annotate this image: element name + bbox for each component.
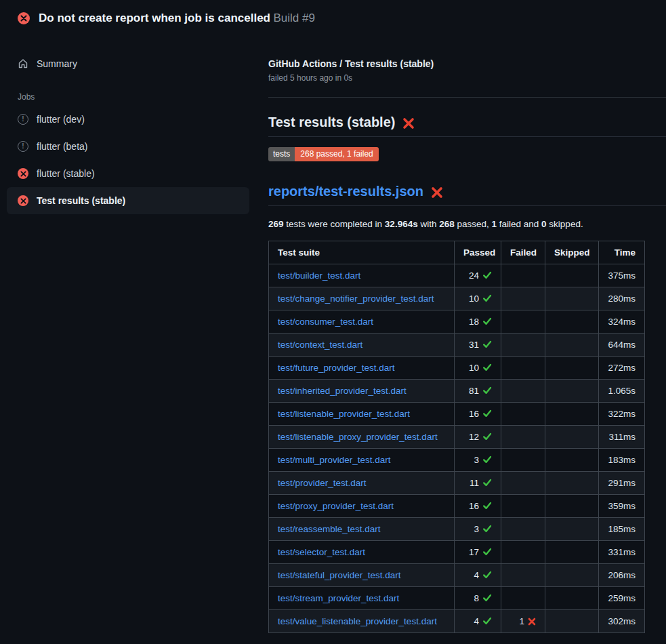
test-suite-cell: test/context_test.dart bbox=[269, 334, 455, 357]
divider bbox=[268, 97, 666, 98]
sidebar-item-test-results-stable[interactable]: Test results (stable) bbox=[7, 187, 249, 214]
passed-count: 8 bbox=[474, 593, 479, 603]
passed-count-cell: 3 bbox=[455, 449, 501, 472]
test-suite-link[interactable]: test/future_provider_test.dart bbox=[278, 363, 395, 373]
test-suite-link[interactable]: test/context_test.dart bbox=[278, 340, 362, 350]
passed-count-cell: 4 bbox=[455, 564, 501, 587]
passed-count-cell: 18 bbox=[455, 310, 501, 334]
test-suite-link[interactable]: test/stateful_provider_test.dart bbox=[278, 570, 401, 580]
failed-count: 1 bbox=[519, 616, 524, 626]
test-suite-link[interactable]: test/provider_test.dart bbox=[278, 478, 367, 488]
test-suite-cell: test/consumer_test.dart bbox=[269, 310, 455, 334]
test-suite-link[interactable]: test/reassemble_test.dart bbox=[278, 524, 381, 534]
skipped-count-cell bbox=[545, 264, 599, 287]
test-suite-cell: test/provider_test.dart bbox=[269, 472, 455, 495]
skipped-count-cell bbox=[545, 310, 599, 334]
sidebar-item-label: flutter (dev) bbox=[37, 114, 85, 125]
test-suite-link[interactable]: test/change_notifier_provider_test.dart bbox=[278, 294, 434, 304]
time-cell: 359ms bbox=[599, 495, 645, 518]
test-suite-link[interactable]: test/value_listenable_provider_test.dart bbox=[278, 616, 437, 626]
table-row: test/proxy_provider_test.dart16359ms bbox=[269, 495, 645, 518]
test-suite-link[interactable]: test/listenable_provider_test.dart bbox=[278, 409, 410, 419]
failed-count-cell bbox=[501, 380, 545, 403]
sidebar-jobs-heading: Jobs bbox=[7, 92, 249, 102]
passed-count: 3 bbox=[474, 524, 479, 534]
test-suite-link[interactable]: test/selector_test.dart bbox=[278, 547, 365, 557]
skipped-count-cell bbox=[545, 426, 599, 449]
test-suite-link[interactable]: test/multi_provider_test.dart bbox=[278, 455, 391, 465]
failed-status-icon bbox=[18, 12, 30, 24]
skipped-count-cell bbox=[545, 587, 599, 610]
x-circle-icon bbox=[18, 195, 28, 206]
sidebar-item-flutter-beta[interactable]: !flutter (beta) bbox=[7, 133, 249, 160]
test-suite-link[interactable]: test/listenable_proxy_provider_test.dart bbox=[278, 432, 438, 442]
cross-mark-icon bbox=[431, 186, 443, 199]
passed-count-cell: 81 bbox=[455, 380, 501, 403]
sidebar-jobs-list: !flutter (dev)!flutter (beta)flutter (st… bbox=[7, 106, 249, 214]
sidebar-item-flutter-dev[interactable]: !flutter (dev) bbox=[7, 106, 249, 133]
test-suite-cell: test/value_listenable_provider_test.dart bbox=[269, 610, 455, 633]
test-suite-cell: test/listenable_provider_test.dart bbox=[269, 403, 455, 426]
test-suite-cell: test/listenable_proxy_provider_test.dart bbox=[269, 426, 455, 449]
skipped-count-cell bbox=[545, 334, 599, 357]
skipped-count-cell bbox=[545, 518, 599, 541]
passed-count: 4 bbox=[474, 570, 479, 580]
neutral-status-icon: ! bbox=[18, 141, 28, 152]
test-suite-cell: test/multi_provider_test.dart bbox=[269, 449, 455, 472]
table-row: test/selector_test.dart17331ms bbox=[269, 541, 645, 564]
passed-count: 4 bbox=[474, 616, 479, 626]
table-row: test/multi_provider_test.dart3183ms bbox=[269, 449, 645, 472]
sidebar: Summary Jobs !flutter (dev)!flutter (bet… bbox=[0, 34, 268, 214]
failed-count-cell bbox=[501, 564, 545, 587]
time-cell: 375ms bbox=[599, 264, 645, 287]
test-suite-cell: test/stateful_provider_test.dart bbox=[269, 564, 455, 587]
tests-badge: tests 268 passed, 1 failed bbox=[268, 147, 379, 161]
column-header-test-suite: Test suite bbox=[269, 241, 455, 264]
report-file-link[interactable]: reports/test-results.json bbox=[268, 184, 423, 199]
passed-count: 10 bbox=[469, 294, 479, 304]
time-cell: 644ms bbox=[599, 334, 645, 357]
test-suite-link[interactable]: test/consumer_test.dart bbox=[278, 317, 373, 327]
test-suite-link[interactable]: test/builder_test.dart bbox=[278, 270, 360, 281]
column-header-time: Time bbox=[599, 241, 645, 264]
passed-count-cell: 16 bbox=[455, 495, 501, 518]
skipped-count-cell bbox=[545, 357, 599, 380]
page-title: Do not create report when job is cancell… bbox=[39, 12, 270, 24]
passed-count-cell: 10 bbox=[455, 287, 501, 310]
results-summary-text: 269 tests were completed in 32.964s with… bbox=[268, 219, 666, 229]
time-cell: 291ms bbox=[599, 472, 645, 495]
test-results-table: Test suitePassedFailedSkippedTime test/b… bbox=[268, 241, 645, 633]
skipped-count-cell bbox=[545, 541, 599, 564]
sidebar-item-label: Test results (stable) bbox=[37, 195, 125, 206]
table-row: test/reassemble_test.dart3185ms bbox=[269, 518, 645, 541]
sidebar-item-flutter-stable[interactable]: flutter (stable) bbox=[7, 160, 249, 187]
table-row: test/listenable_provider_test.dart16322m… bbox=[269, 403, 645, 426]
failed-count-cell bbox=[501, 426, 545, 449]
test-suite-link[interactable]: test/inherited_provider_test.dart bbox=[278, 386, 407, 396]
time-cell: 1.065s bbox=[599, 380, 645, 403]
skipped-count-cell bbox=[545, 610, 599, 633]
cross-mark-icon bbox=[402, 117, 415, 129]
sidebar-item-summary[interactable]: Summary bbox=[7, 50, 249, 77]
skipped-count-cell bbox=[545, 472, 599, 495]
check-run-header: Do not create report when job is cancell… bbox=[0, 0, 666, 34]
badge-value: 268 passed, 1 failed bbox=[295, 147, 378, 161]
test-suite-cell: test/change_notifier_provider_test.dart bbox=[269, 287, 455, 310]
skipped-count-cell bbox=[545, 403, 599, 426]
passed-count-cell: 3 bbox=[455, 518, 501, 541]
passed-count-cell: 12 bbox=[455, 426, 501, 449]
table-header-row: Test suitePassedFailedSkippedTime bbox=[269, 241, 645, 264]
passed-count: 17 bbox=[469, 547, 479, 557]
failed-count-cell bbox=[501, 264, 545, 287]
test-suite-link[interactable]: test/proxy_provider_test.dart bbox=[278, 501, 394, 511]
test-suite-cell: test/proxy_provider_test.dart bbox=[269, 495, 455, 518]
passed-count-cell: 4 bbox=[455, 610, 501, 633]
passed-count: 31 bbox=[469, 340, 479, 350]
test-suite-link[interactable]: test/stream_provider_test.dart bbox=[278, 593, 399, 603]
time-cell: 322ms bbox=[599, 403, 645, 426]
test-suite-cell: test/stream_provider_test.dart bbox=[269, 587, 455, 610]
test-suite-cell: test/inherited_provider_test.dart bbox=[269, 380, 455, 403]
run-meta-text: failed 5 hours ago in 0s bbox=[268, 73, 666, 83]
time-cell: 280ms bbox=[599, 287, 645, 310]
test-suite-cell: test/reassemble_test.dart bbox=[269, 518, 455, 541]
